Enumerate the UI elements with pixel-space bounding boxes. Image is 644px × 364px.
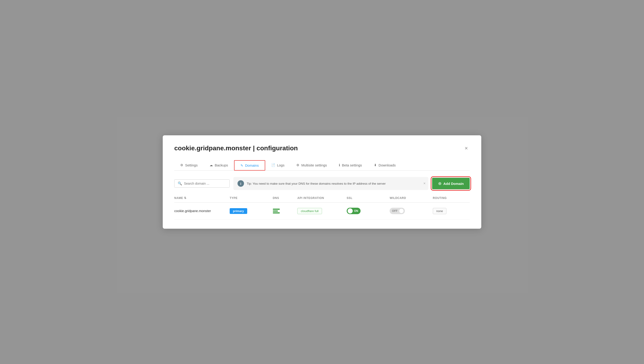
col-header-type: TYPE xyxy=(230,196,238,200)
search-icon: 🔍 xyxy=(178,182,182,186)
modal-header: cookie.gridpane.monster | configuration … xyxy=(174,144,470,152)
sort-icon[interactable]: ⇅ xyxy=(184,196,186,200)
tab-downloads[interactable]: ⬇ Downloads xyxy=(368,160,402,170)
wildcard-toggle-label: OFF xyxy=(392,209,397,212)
col-header-wildcard: WILDCARD xyxy=(390,196,406,200)
tab-multisite[interactable]: ⚙ Multisite settings xyxy=(290,160,333,170)
modal-title: cookie.gridpane.monster | configuration xyxy=(174,144,298,152)
ssl-toggle-label: ON xyxy=(354,209,358,212)
api-integration-badge: cloudflare full xyxy=(297,208,322,214)
domains-table: NAME ⇅ TYPE DNS API INTEGRATION SSL xyxy=(174,196,470,220)
tab-domains[interactable]: ✎ Domains xyxy=(234,160,265,170)
logs-icon: 📄 xyxy=(271,163,275,167)
tabs-bar: ⚙ Settings ☁ Backups ✎ Domains 📄 Logs ⚙ … xyxy=(174,160,470,170)
add-domain-button[interactable]: ⊕ Add Domain xyxy=(432,178,470,189)
beta-icon: ℹ xyxy=(339,163,340,167)
domains-icon: ✎ xyxy=(241,164,243,167)
col-header-ssl: SSL xyxy=(347,196,353,200)
dns-icon xyxy=(273,209,280,214)
wildcard-toggle[interactable]: OFF xyxy=(390,208,405,214)
info-icon: i xyxy=(238,180,244,187)
close-button[interactable]: × xyxy=(463,144,470,152)
settings-icon: ⚙ xyxy=(180,163,183,167)
domain-name: cookie.gridpane.monster xyxy=(174,209,211,213)
ssl-toggle[interactable]: ON xyxy=(347,208,361,214)
tab-backups[interactable]: ☁ Backups xyxy=(203,160,234,170)
search-input[interactable] xyxy=(184,182,226,185)
toolbar: 🔍 i Tip: You need to make sure that your… xyxy=(174,177,470,190)
tab-logs[interactable]: 📄 Logs xyxy=(265,160,291,170)
type-badge: primary xyxy=(230,208,247,214)
tip-close-button[interactable]: × xyxy=(423,182,425,186)
ssl-toggle-knob xyxy=(348,208,353,214)
routing-badge: none xyxy=(433,208,447,214)
search-wrap: 🔍 xyxy=(174,179,230,188)
table-row: cookie.gridpane.monster primary cloudfl xyxy=(174,203,470,220)
col-header-routing: ROUTING xyxy=(433,196,447,200)
col-header-name: NAME xyxy=(174,196,183,200)
wildcard-toggle-knob xyxy=(399,208,404,214)
multisite-icon: ⚙ xyxy=(296,163,299,167)
tab-beta[interactable]: ℹ Beta settings xyxy=(333,160,368,170)
tip-text: Tip: You need to make sure that your DNS… xyxy=(247,182,386,185)
col-header-api: API INTEGRATION xyxy=(297,196,324,200)
configuration-modal: cookie.gridpane.monster | configuration … xyxy=(163,135,481,229)
tip-box: i Tip: You need to make sure that your D… xyxy=(233,177,428,190)
tab-settings[interactable]: ⚙ Settings xyxy=(174,160,203,170)
col-header-dns: DNS xyxy=(273,196,279,200)
backups-icon: ☁ xyxy=(209,163,213,167)
plus-icon: ⊕ xyxy=(438,181,442,186)
downloads-icon: ⬇ xyxy=(374,163,377,167)
